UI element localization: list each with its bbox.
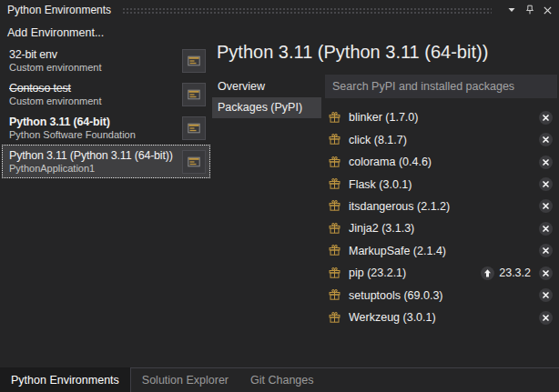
- environment-description: Custom environment: [9, 95, 177, 107]
- gift-package-icon: [328, 199, 341, 213]
- package-label: MarkupSafe (2.1.4): [349, 245, 539, 257]
- package-list: blinker (1.7.0) click (8.1.7) colorama (…: [325, 106, 559, 328]
- environment-detail-title: Python 3.11 (Python 3.11 (64-bit)): [217, 42, 557, 63]
- tab-packages-pypi[interactable]: Packages (PyPI): [212, 97, 321, 118]
- gift-package-icon: [328, 156, 341, 169]
- package-row: Flask (3.0.1): [325, 173, 559, 195]
- interactive-window-icon: [187, 155, 201, 169]
- close-icon: [539, 111, 553, 125]
- interactive-window-icon: [187, 121, 201, 136]
- gift-package-icon: [328, 266, 341, 280]
- close-icon: [539, 311, 553, 325]
- package-row: itsdangerous (2.1.2): [325, 196, 559, 217]
- uninstall-package-button[interactable]: [539, 266, 553, 280]
- gift-package-icon: [328, 133, 341, 146]
- environment-item[interactable]: Python 3.11 (64-bit) Python Software Fou…: [2, 111, 210, 145]
- interactive-window-icon: [187, 54, 201, 68]
- package-label: colorama (0.4.6): [349, 156, 539, 168]
- gift-package-icon: [328, 244, 341, 257]
- close-icon: [539, 288, 553, 302]
- gift-package-icon: [328, 222, 341, 236]
- update-package-button[interactable]: 23.3.2: [481, 266, 531, 280]
- close-icon: [539, 133, 553, 146]
- arrow-up-circle-icon: [481, 266, 494, 280]
- pin-button[interactable]: [522, 3, 537, 18]
- pin-icon: [523, 4, 536, 16]
- close-icon: [543, 5, 553, 15]
- close-icon: [539, 266, 553, 280]
- tab-solution-explorer[interactable]: Solution Explorer: [131, 368, 239, 392]
- package-label: itsdangerous (2.1.2): [349, 200, 539, 213]
- environment-name: Contoso test: [9, 82, 177, 95]
- package-label: pip (23.2.1): [349, 266, 481, 279]
- drag-handle[interactable]: [122, 7, 492, 15]
- package-search-input[interactable]: [332, 80, 550, 93]
- uninstall-package-button[interactable]: [539, 156, 553, 169]
- environment-name: 32-bit env: [9, 48, 177, 62]
- close-icon: [539, 222, 553, 236]
- add-environment-link[interactable]: Add Environment...: [7, 26, 104, 39]
- close-button[interactable]: [540, 3, 555, 18]
- window-position-button[interactable]: [503, 3, 519, 18]
- close-icon: [539, 156, 553, 169]
- package-label: Werkzeug (3.0.1): [349, 311, 539, 324]
- close-icon: [539, 177, 553, 191]
- gift-package-icon: [328, 311, 341, 325]
- environment-item-selected[interactable]: Python 3.11 (Python 3.11 (64-bit)) Pytho…: [2, 145, 210, 178]
- gift-package-icon: [328, 288, 341, 302]
- interactive-window-button[interactable]: [182, 150, 206, 174]
- package-row: colorama (0.4.6): [325, 151, 559, 173]
- interactive-window-button[interactable]: [182, 83, 206, 106]
- package-search-box: [325, 75, 557, 98]
- update-version: 23.3.2: [499, 266, 531, 279]
- uninstall-package-button[interactable]: [539, 244, 553, 257]
- close-icon: [539, 244, 553, 257]
- window-title: Python Environments: [7, 4, 111, 16]
- interactive-window-button[interactable]: [182, 49, 206, 73]
- environment-name: Python 3.11 (Python 3.11 (64-bit)): [9, 149, 177, 163]
- interactive-window-icon: [187, 87, 201, 102]
- package-row: blinker (1.7.0): [325, 106, 559, 128]
- tab-overview[interactable]: Overview: [212, 76, 321, 97]
- package-label: Jinja2 (3.1.3): [349, 222, 539, 235]
- package-row: Werkzeug (3.0.1): [325, 307, 559, 328]
- window-position-icon: [507, 5, 516, 15]
- interactive-window-button[interactable]: [182, 116, 206, 140]
- environment-name: Python 3.11 (64-bit): [9, 116, 177, 129]
- package-label: blinker (1.7.0): [349, 111, 539, 124]
- environment-list: 32-bit env Custom environment Contoso te…: [2, 44, 210, 178]
- uninstall-package-button[interactable]: [539, 177, 553, 191]
- package-row-pip: pip (23.2.1) 23.3.2: [325, 262, 559, 284]
- python-environments-window: Python Environments Add Environment... 3…: [0, 0, 559, 392]
- package-label: Flask (3.0.1): [349, 178, 539, 191]
- bottom-tab-bar: Python Environments Solution Explorer Gi…: [0, 367, 559, 392]
- titlebar: Python Environments: [0, 0, 559, 20]
- package-row: click (8.1.7): [325, 128, 559, 150]
- uninstall-package-button[interactable]: [539, 111, 553, 125]
- package-row: MarkupSafe (2.1.4): [325, 240, 559, 262]
- environment-description: Custom environment: [9, 62, 177, 74]
- uninstall-package-button[interactable]: [539, 133, 553, 146]
- package-label: click (8.1.7): [349, 134, 539, 146]
- environment-description: Python Software Foundation: [9, 129, 177, 141]
- tab-git-changes[interactable]: Git Changes: [239, 368, 324, 392]
- close-icon: [539, 199, 553, 213]
- package-row: Jinja2 (3.1.3): [325, 217, 559, 239]
- uninstall-package-button[interactable]: [539, 222, 553, 236]
- package-label: setuptools (69.0.3): [349, 289, 539, 302]
- uninstall-package-button[interactable]: [539, 288, 553, 302]
- gift-package-icon: [328, 177, 341, 191]
- environment-item[interactable]: Contoso test Custom environment: [2, 77, 210, 111]
- environment-item[interactable]: 32-bit env Custom environment: [2, 44, 210, 77]
- detail-tabs: Overview Packages (PyPI): [212, 76, 321, 118]
- environment-description: PythonApplication1: [9, 163, 177, 175]
- package-row: setuptools (69.0.3): [325, 285, 559, 307]
- uninstall-package-button[interactable]: [539, 311, 553, 325]
- tab-python-environments[interactable]: Python Environments: [0, 367, 131, 392]
- uninstall-package-button[interactable]: [539, 199, 553, 213]
- gift-package-icon: [328, 111, 341, 125]
